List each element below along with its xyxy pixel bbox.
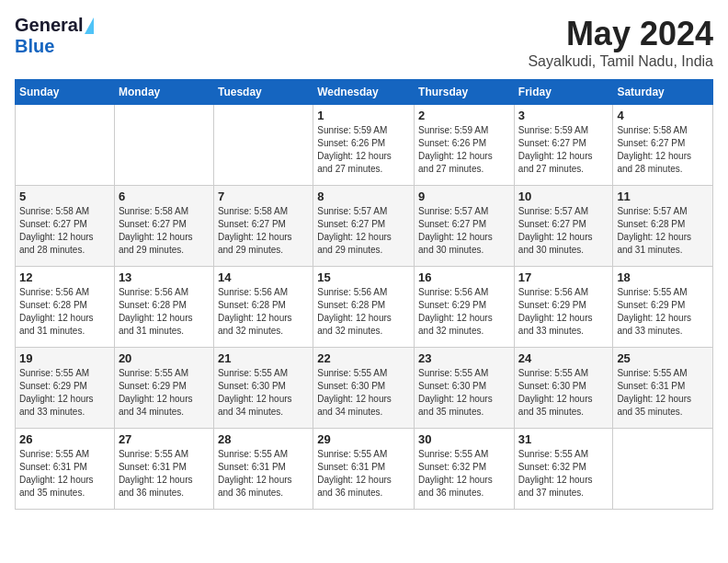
day-info: Sunrise: 5:55 AM Sunset: 6:30 PM Dayligh… [518, 367, 609, 419]
calendar-cell: 30Sunrise: 5:55 AM Sunset: 6:32 PM Dayli… [415, 429, 515, 510]
day-number: 28 [218, 432, 309, 446]
day-number: 21 [218, 351, 309, 365]
day-info: Sunrise: 5:55 AM Sunset: 6:31 PM Dayligh… [218, 448, 309, 500]
month-title: May 2024 [528, 15, 713, 53]
day-info: Sunrise: 5:55 AM Sunset: 6:31 PM Dayligh… [119, 448, 210, 500]
calendar-cell [613, 429, 713, 510]
day-info: Sunrise: 5:56 AM Sunset: 6:28 PM Dayligh… [218, 286, 309, 338]
day-number: 8 [317, 190, 410, 203]
calendar-cell: 28Sunrise: 5:55 AM Sunset: 6:31 PM Dayli… [213, 429, 313, 510]
calendar-cell: 23Sunrise: 5:55 AM Sunset: 6:30 PM Dayli… [415, 348, 515, 429]
day-number: 31 [518, 432, 609, 446]
day-number: 3 [518, 109, 609, 122]
calendar-cell: 15Sunrise: 5:56 AM Sunset: 6:28 PM Dayli… [313, 267, 415, 348]
title-area: May 2024 Sayalkudi, Tamil Nadu, India [528, 15, 713, 70]
calendar-cell [114, 105, 213, 186]
day-number: 4 [617, 109, 709, 122]
week-row-2: 12Sunrise: 5:56 AM Sunset: 6:28 PM Dayli… [16, 267, 713, 348]
calendar-cell: 16Sunrise: 5:56 AM Sunset: 6:29 PM Dayli… [415, 267, 515, 348]
calendar-cell: 6Sunrise: 5:58 AM Sunset: 6:27 PM Daylig… [114, 186, 213, 267]
calendar-cell: 2Sunrise: 5:59 AM Sunset: 6:26 PM Daylig… [415, 105, 515, 186]
day-number: 6 [119, 190, 210, 203]
calendar-cell: 11Sunrise: 5:57 AM Sunset: 6:28 PM Dayli… [613, 186, 713, 267]
day-number: 29 [317, 432, 410, 446]
day-info: Sunrise: 5:55 AM Sunset: 6:31 PM Dayligh… [617, 367, 709, 419]
calendar-header: SundayMondayTuesdayWednesdayThursdayFrid… [16, 80, 713, 105]
week-row-4: 26Sunrise: 5:55 AM Sunset: 6:31 PM Dayli… [16, 429, 713, 510]
calendar-cell: 3Sunrise: 5:59 AM Sunset: 6:27 PM Daylig… [514, 105, 613, 186]
calendar-cell: 9Sunrise: 5:57 AM Sunset: 6:27 PM Daylig… [415, 186, 515, 267]
day-number: 5 [19, 190, 110, 203]
calendar-cell: 13Sunrise: 5:56 AM Sunset: 6:28 PM Dayli… [114, 267, 213, 348]
day-number: 13 [119, 270, 210, 284]
day-number: 22 [317, 351, 410, 365]
day-number: 16 [418, 270, 510, 284]
day-info: Sunrise: 5:56 AM Sunset: 6:29 PM Dayligh… [518, 286, 609, 338]
calendar-cell: 20Sunrise: 5:55 AM Sunset: 6:29 PM Dayli… [114, 348, 213, 429]
day-info: Sunrise: 5:55 AM Sunset: 6:31 PM Dayligh… [317, 448, 410, 500]
day-number: 17 [518, 270, 609, 284]
day-info: Sunrise: 5:56 AM Sunset: 6:29 PM Dayligh… [418, 286, 510, 338]
header-wednesday: Wednesday [313, 80, 415, 105]
header-sunday: Sunday [16, 80, 115, 105]
header-saturday: Saturday [613, 80, 713, 105]
calendar-table: SundayMondayTuesdayWednesdayThursdayFrid… [15, 79, 713, 510]
logo-blue: Blue [15, 36, 54, 57]
calendar-cell: 22Sunrise: 5:55 AM Sunset: 6:30 PM Dayli… [313, 348, 415, 429]
logo-arrow-icon [85, 17, 94, 34]
calendar-cell: 25Sunrise: 5:55 AM Sunset: 6:31 PM Dayli… [613, 348, 713, 429]
header: General Blue May 2024 Sayalkudi, Tamil N… [15, 15, 713, 70]
day-info: Sunrise: 5:58 AM Sunset: 6:27 PM Dayligh… [218, 205, 309, 257]
header-thursday: Thursday [415, 80, 515, 105]
day-info: Sunrise: 5:55 AM Sunset: 6:31 PM Dayligh… [19, 448, 110, 500]
day-info: Sunrise: 5:56 AM Sunset: 6:28 PM Dayligh… [317, 286, 410, 338]
day-number: 14 [218, 270, 309, 284]
calendar-cell: 17Sunrise: 5:56 AM Sunset: 6:29 PM Dayli… [514, 267, 613, 348]
calendar-cell: 29Sunrise: 5:55 AM Sunset: 6:31 PM Dayli… [313, 429, 415, 510]
day-info: Sunrise: 5:58 AM Sunset: 6:27 PM Dayligh… [19, 205, 110, 257]
calendar-cell: 27Sunrise: 5:55 AM Sunset: 6:31 PM Dayli… [114, 429, 213, 510]
calendar-cell: 10Sunrise: 5:57 AM Sunset: 6:27 PM Dayli… [514, 186, 613, 267]
calendar-cell: 7Sunrise: 5:58 AM Sunset: 6:27 PM Daylig… [213, 186, 313, 267]
calendar-cell: 18Sunrise: 5:55 AM Sunset: 6:29 PM Dayli… [613, 267, 713, 348]
calendar-cell: 14Sunrise: 5:56 AM Sunset: 6:28 PM Dayli… [213, 267, 313, 348]
calendar-cell: 8Sunrise: 5:57 AM Sunset: 6:27 PM Daylig… [313, 186, 415, 267]
day-number: 19 [19, 351, 110, 365]
day-number: 11 [617, 190, 709, 203]
calendar-cell: 26Sunrise: 5:55 AM Sunset: 6:31 PM Dayli… [16, 429, 115, 510]
calendar-cell: 21Sunrise: 5:55 AM Sunset: 6:30 PM Dayli… [213, 348, 313, 429]
calendar-cell: 12Sunrise: 5:56 AM Sunset: 6:28 PM Dayli… [16, 267, 115, 348]
day-info: Sunrise: 5:59 AM Sunset: 6:26 PM Dayligh… [317, 124, 410, 176]
day-number: 27 [119, 432, 210, 446]
location-title: Sayalkudi, Tamil Nadu, India [528, 53, 713, 70]
day-info: Sunrise: 5:56 AM Sunset: 6:28 PM Dayligh… [19, 286, 110, 338]
day-info: Sunrise: 5:59 AM Sunset: 6:27 PM Dayligh… [518, 124, 609, 176]
day-info: Sunrise: 5:58 AM Sunset: 6:27 PM Dayligh… [119, 205, 210, 257]
week-row-0: 1Sunrise: 5:59 AM Sunset: 6:26 PM Daylig… [16, 105, 713, 186]
day-number: 10 [518, 190, 609, 203]
day-number: 1 [317, 109, 410, 122]
calendar-body: 1Sunrise: 5:59 AM Sunset: 6:26 PM Daylig… [16, 105, 713, 510]
calendar-cell [16, 105, 115, 186]
calendar-cell: 24Sunrise: 5:55 AM Sunset: 6:30 PM Dayli… [514, 348, 613, 429]
logo: General Blue [15, 15, 94, 57]
day-info: Sunrise: 5:55 AM Sunset: 6:30 PM Dayligh… [418, 367, 510, 419]
day-info: Sunrise: 5:55 AM Sunset: 6:29 PM Dayligh… [617, 286, 709, 338]
day-info: Sunrise: 5:55 AM Sunset: 6:30 PM Dayligh… [317, 367, 410, 419]
day-number: 12 [19, 270, 110, 284]
header-tuesday: Tuesday [213, 80, 313, 105]
day-number: 23 [418, 351, 510, 365]
day-number: 7 [218, 190, 309, 203]
calendar-cell: 19Sunrise: 5:55 AM Sunset: 6:29 PM Dayli… [16, 348, 115, 429]
day-number: 24 [518, 351, 609, 365]
day-info: Sunrise: 5:55 AM Sunset: 6:29 PM Dayligh… [119, 367, 210, 419]
day-info: Sunrise: 5:58 AM Sunset: 6:27 PM Dayligh… [617, 124, 709, 176]
day-number: 30 [418, 432, 510, 446]
calendar-cell: 31Sunrise: 5:55 AM Sunset: 6:32 PM Dayli… [514, 429, 613, 510]
day-info: Sunrise: 5:57 AM Sunset: 6:28 PM Dayligh… [617, 205, 709, 257]
day-info: Sunrise: 5:55 AM Sunset: 6:30 PM Dayligh… [218, 367, 309, 419]
day-number: 25 [617, 351, 709, 365]
header-monday: Monday [114, 80, 213, 105]
day-number: 18 [617, 270, 709, 284]
week-row-1: 5Sunrise: 5:58 AM Sunset: 6:27 PM Daylig… [16, 186, 713, 267]
